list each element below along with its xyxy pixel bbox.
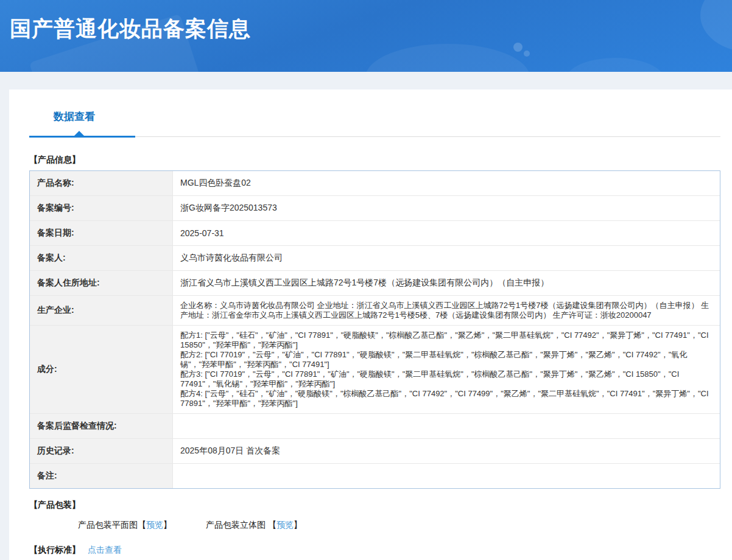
packaging-links-row: 产品包装平面图【预览】 产品包装立体图 【预览】 <box>78 520 720 531</box>
table-row: 备案后监督检查情况: <box>30 413 720 438</box>
table-row: 成分: 配方1: ["云母"，"硅石"，"矿油"，"CI 77891"，"硬脂酸… <box>30 325 720 413</box>
row-value: 2025-07-31 <box>173 221 720 245</box>
row-value <box>173 464 720 488</box>
tab-active-arrow-icon <box>74 131 84 136</box>
row-label: 备案人: <box>30 246 173 270</box>
row-label: 成分: <box>30 326 173 413</box>
row-label: 备案后监督检查情况: <box>30 414 173 438</box>
page-header-banner: 国产普通化妆品备案信息 <box>0 0 732 72</box>
product-info-table: 产品名称: MGL四色卧蚕盘02 备案编号: 浙G妆网备字2025013573 … <box>29 170 720 489</box>
banner-decoration <box>524 51 530 57</box>
table-row: 备案编号: 浙G妆网备字2025013573 <box>30 195 720 220</box>
banner-decoration <box>513 43 523 52</box>
banner-decoration <box>700 0 732 52</box>
row-label: 备案编号: <box>30 196 173 220</box>
packaging-flat-item: 产品包装平面图【预览】 <box>78 520 172 531</box>
page-title: 国产普通化妆品备案信息 <box>10 15 251 43</box>
tab-active-underline <box>29 136 135 138</box>
packaging-flat-label: 产品包装平面图 <box>78 520 138 530</box>
tab-bar: 数据查看 <box>29 110 720 137</box>
banner-decoration <box>566 58 664 72</box>
row-value: 2025年08月07日 首次备案 <box>173 439 720 463</box>
bracket-open: 【 <box>268 520 276 530</box>
packaging-stereo-item: 产品包装立体图 【预览】 <box>206 520 302 531</box>
content-card: 数据查看 【产品信息】 产品名称: MGL四色卧蚕盘02 备案编号: 浙G妆网备… <box>9 89 732 560</box>
row-label: 产品名称: <box>30 171 173 195</box>
bracket-open: 【 <box>138 520 146 530</box>
row-label: 备案日期: <box>30 221 173 245</box>
row-value: 企业名称：义乌市诗茵化妆品有限公司 企业地址：浙江省义乌市上溪镇义西工业园区上城… <box>173 296 720 325</box>
table-row: 生产企业: 企业名称：义乌市诗茵化妆品有限公司 企业地址：浙江省义乌市上溪镇义西… <box>30 295 720 325</box>
row-value: MGL四色卧蚕盘02 <box>173 171 720 195</box>
table-row: 备案人: 义乌市诗茵化妆品有限公司 <box>30 245 720 270</box>
table-row: 备案人住所地址: 浙江省义乌市上溪镇义西工业园区上城路72号1号楼7楼（远扬建设… <box>30 270 720 295</box>
row-value: 浙江省义乌市上溪镇义西工业园区上城路72号1号楼7楼（远扬建设集团有限公司内）（… <box>173 271 720 295</box>
row-label: 历史记录: <box>30 439 173 463</box>
row-label: 生产企业: <box>30 296 173 325</box>
preview-link-flat[interactable]: 预览 <box>146 520 163 530</box>
table-row: 产品名称: MGL四色卧蚕盘02 <box>30 171 720 195</box>
table-row: 备注: <box>30 463 720 488</box>
product-info-section-title: 【产品信息】 <box>29 155 720 166</box>
row-label: 备案人住所地址: <box>30 271 173 295</box>
table-row: 备案日期: 2025-07-31 <box>30 220 720 245</box>
packaging-stereo-label: 产品包装立体图 <box>206 520 268 530</box>
row-value <box>173 414 720 438</box>
banner-decoration <box>365 44 530 72</box>
exec-standard-link[interactable]: 点击查看 <box>88 545 122 556</box>
bracket-close: 】 <box>294 520 302 530</box>
table-row: 历史记录: 2025年08月07日 首次备案 <box>30 438 720 463</box>
row-value: 浙G妆网备字2025013573 <box>173 196 720 220</box>
tab-data-view[interactable]: 数据查看 <box>54 110 95 124</box>
row-value: 配方1: ["云母"，"硅石"，"矿油"，"CI 77891"，"硬脂酸镁"，"… <box>173 326 720 413</box>
exec-standard-title: 【执行标准】 <box>29 545 80 556</box>
bracket-close: 】 <box>163 520 172 530</box>
row-label: 备注: <box>30 464 173 488</box>
exec-standard-row: 【执行标准】 点击查看 <box>29 545 720 556</box>
row-value: 义乌市诗茵化妆品有限公司 <box>173 246 720 270</box>
packaging-section-title: 【产品包装】 <box>29 500 720 511</box>
preview-link-stereo[interactable]: 预览 <box>276 520 294 530</box>
